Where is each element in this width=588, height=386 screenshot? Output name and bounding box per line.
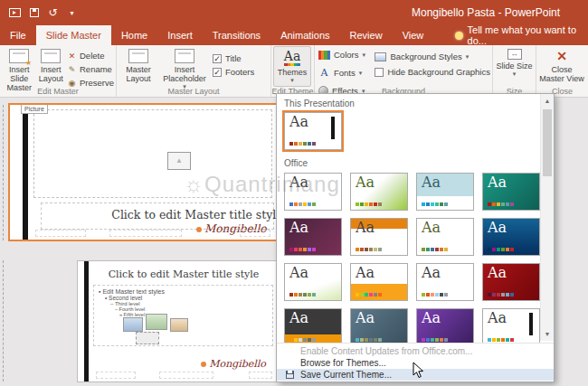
- theme-palette-strip: [289, 142, 316, 146]
- slideshow-icon[interactable]: [9, 7, 21, 19]
- themes-button[interactable]: Aa Themes ▾: [273, 46, 311, 87]
- footer-placeholder[interactable]: [159, 372, 213, 379]
- colors-button[interactable]: Colors ▾: [318, 50, 373, 60]
- close-icon: ✕: [556, 49, 567, 63]
- quick-access-menu-icon[interactable]: ▾: [66, 7, 78, 19]
- content-placeholder-icon[interactable]: ▲: [167, 152, 191, 170]
- ribbon: Insert Slide Master Insert Layout ✕ Dele…: [0, 45, 588, 98]
- theme-thumbnail[interactable]: Aa: [350, 263, 408, 301]
- theme-palette-strip: [289, 338, 316, 342]
- theme-thumbnail[interactable]: Aa: [284, 173, 342, 211]
- themes-menu-item[interactable]: Save Current Theme...: [277, 369, 554, 381]
- group-close: ✕ Close Master View Close: [536, 45, 588, 97]
- scrollbar-thumb[interactable]: [543, 109, 552, 176]
- theme-thumbnail[interactable]: Aa: [284, 218, 342, 256]
- fonts-button[interactable]: A Fonts ▾: [318, 67, 373, 79]
- quick-access-toolbar: ↺ ▾: [0, 7, 78, 19]
- master-title-text[interactable]: Click to edit Master title style: [92, 268, 275, 280]
- theme-thumbnail[interactable]: Aa: [416, 308, 474, 346]
- theme-thumbnail[interactable]: Aa: [482, 173, 540, 211]
- tell-me-box[interactable]: Tell me what you want to do...: [455, 25, 588, 45]
- slide-size-icon: ↔: [507, 49, 522, 60]
- picture-placeholder-outline[interactable]: [33, 109, 272, 198]
- themes-menu-item[interactable]: Browse for Themes...: [277, 357, 554, 369]
- ribbon-tab-row: File Slide Master Home Insert Transition…: [0, 25, 588, 45]
- date-placeholder[interactable]: [35, 230, 86, 237]
- master-title-text[interactable]: Click to edit Master title style: [64, 208, 278, 221]
- slide-master-main[interactable]: Click to edit Master title style ▪ Edit …: [77, 260, 278, 382]
- slide-number-placeholder[interactable]: [249, 372, 272, 379]
- tab-animations[interactable]: Animations: [270, 25, 339, 45]
- theme-palette-strip: [289, 202, 316, 206]
- section-header-office: Office: [277, 154, 554, 171]
- scroll-up-icon[interactable]: ▲: [541, 94, 554, 108]
- delete-button[interactable]: ✕ Delete: [67, 51, 114, 61]
- theme-thumbnail[interactable]: Aa: [416, 218, 474, 256]
- insert-layout-button[interactable]: Insert Layout: [36, 46, 65, 87]
- hide-background-graphics-checkbox[interactable]: Hide Background Graphics: [375, 67, 490, 77]
- insert-slide-master-icon: [9, 49, 29, 63]
- current-theme-thumbnail[interactable]: Aa: [284, 112, 342, 150]
- thumbnail-pane-edge: [3, 260, 4, 381]
- insert-placeholder-button[interactable]: Insert Placeholder ▾: [158, 46, 211, 87]
- theme-thumbnail[interactable]: Aa: [284, 308, 342, 346]
- theme-palette-strip: [488, 293, 514, 297]
- background-styles-button[interactable]: Background Styles ▾: [375, 52, 490, 61]
- picture-collage: [123, 314, 190, 346]
- theme-thumbnail[interactable]: Aa: [416, 263, 474, 301]
- slide-number-placeholder[interactable]: [240, 230, 270, 237]
- insert-slide-master-button[interactable]: Insert Slide Master: [2, 46, 36, 87]
- group-edit-master: Insert Slide Master Insert Layout ✕ Dele…: [0, 45, 117, 97]
- footer-placeholder[interactable]: [109, 230, 182, 237]
- theme-thumbnail[interactable]: Aa: [350, 218, 408, 256]
- master-layout-button[interactable]: Master Layout: [119, 46, 158, 87]
- master-layout-icon: [128, 49, 148, 63]
- themes-dropdown: This Presentation Aa Office AaAaAaAaAaAa…: [276, 93, 555, 382]
- theme-thumbnail[interactable]: Aa: [482, 218, 540, 256]
- slide-master-picture-layout[interactable]: Picture ▲ Click to edit Master title sty…: [8, 103, 278, 241]
- fonts-icon: A: [318, 67, 330, 79]
- tab-transitions[interactable]: Transitions: [203, 25, 270, 45]
- theme-thumbnail[interactable]: Aa: [350, 173, 408, 211]
- footers-checkbox[interactable]: ✓ Footers: [213, 67, 254, 77]
- close-master-view-button[interactable]: ✕ Close Master View: [538, 46, 585, 87]
- themes-icon: Aa: [284, 50, 300, 66]
- tab-file[interactable]: File: [0, 25, 36, 45]
- theme-thumbnail[interactable]: Aa: [416, 173, 474, 211]
- checkbox-icon: ✓: [213, 68, 222, 77]
- tab-review[interactable]: Review: [340, 25, 393, 45]
- background-styles-icon: [375, 52, 386, 61]
- scroll-down-icon[interactable]: ▼: [541, 327, 554, 341]
- theme-thumbnail[interactable]: Aa: [350, 308, 408, 346]
- theme-palette-strip: [356, 338, 382, 342]
- tab-view[interactable]: View: [393, 25, 434, 45]
- theme-palette-strip: [422, 248, 448, 251]
- photo-thumbnail: [123, 317, 143, 332]
- group-size: ↔ Slide Size ▾ Size: [493, 45, 536, 97]
- group-label-master-layout: Master Layout: [117, 87, 270, 97]
- themes-menu-item: Enable Content Updates from Office.com..…: [277, 345, 554, 357]
- title-checkbox[interactable]: ✓ Title: [213, 53, 254, 63]
- tab-slide-master[interactable]: Slide Master: [36, 25, 111, 45]
- tab-home[interactable]: Home: [111, 25, 157, 45]
- thumbnail-pane-edge: [3, 105, 4, 240]
- undo-icon[interactable]: ↺: [47, 7, 59, 19]
- photo-thumbnail: [136, 332, 159, 344]
- lightbulb-icon: [455, 32, 462, 40]
- theme-palette-strip: [488, 202, 514, 206]
- delete-icon: ✕: [67, 52, 77, 61]
- tab-insert[interactable]: Insert: [157, 25, 203, 45]
- scrollbar[interactable]: ▲ ▼: [540, 94, 554, 341]
- checkbox-icon: ✓: [213, 54, 222, 63]
- save-icon[interactable]: [28, 7, 40, 19]
- rename-button[interactable]: ✎ Rename: [67, 64, 114, 74]
- theme-thumbnail[interactable]: Aa: [482, 263, 540, 301]
- slide-size-button[interactable]: ↔ Slide Size ▾: [495, 46, 534, 87]
- insert-layout-icon: [41, 49, 61, 63]
- theme-thumbnail[interactable]: Aa: [284, 263, 342, 301]
- date-placeholder[interactable]: [96, 372, 136, 379]
- chevron-down-icon: ▾: [362, 52, 365, 58]
- chevron-down-icon: ▾: [466, 53, 469, 60]
- theme-thumbnail[interactable]: Aa: [482, 308, 540, 346]
- photo-thumbnail: [170, 318, 188, 332]
